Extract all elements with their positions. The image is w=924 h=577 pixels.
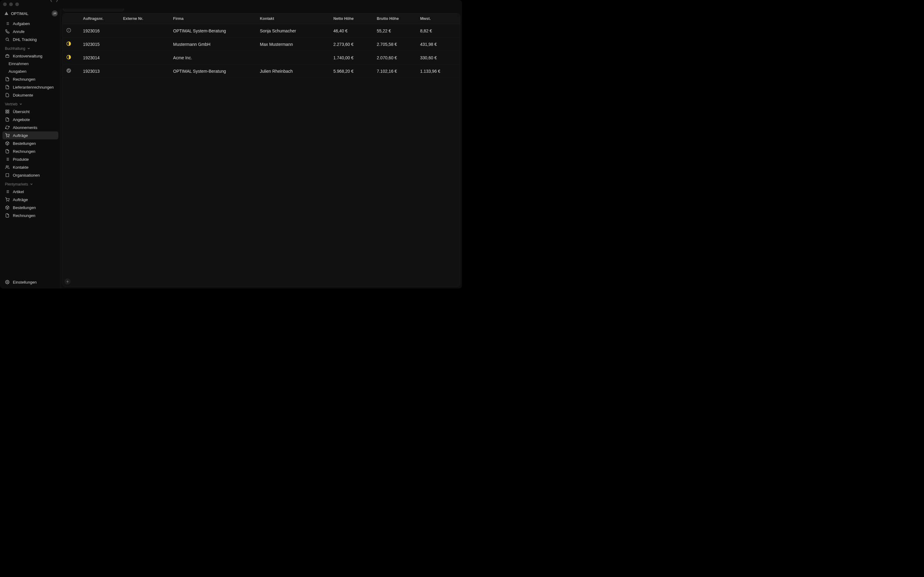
nav-item-label: Artikel: [13, 190, 24, 194]
nav-item-label: Kontakte: [13, 165, 28, 169]
cell-brutto: 2.070,60 €: [373, 51, 417, 64]
cell-netto: 5.968,20 €: [330, 64, 373, 78]
sidebar-item-auftr-ge[interactable]: Aufträge: [2, 196, 58, 203]
cell-externenr: [119, 51, 170, 64]
search-box[interactable]: [63, 8, 124, 11]
sidebar-item-organisationen[interactable]: Organisationen: [2, 171, 58, 179]
list-icon: [5, 157, 10, 162]
status-done-icon: [66, 68, 71, 73]
status-pending-icon: [66, 55, 71, 60]
cell-auftragsnr: 1923013: [79, 64, 119, 78]
search-input[interactable]: [73, 8, 124, 9]
cell-externenr: [119, 64, 170, 78]
close-window-button[interactable]: [3, 2, 7, 6]
column-header-auftragsnr-[interactable]: Auftragsnr.: [79, 13, 119, 24]
sidebar-item-anrufe[interactable]: Anrufe: [2, 27, 58, 35]
sidebar-item-artikel[interactable]: Artikel: [2, 188, 58, 196]
nav-item-label: Anrufe: [13, 29, 24, 34]
nav-item-label: Aufträge: [13, 197, 28, 202]
sidebar-item-bestellungen[interactable]: Bestellungen: [2, 139, 58, 147]
maximize-window-button[interactable]: [15, 2, 19, 6]
minimize-window-button[interactable]: [9, 2, 13, 6]
section-title: Vertrieb: [5, 102, 18, 106]
column-header-mwst-[interactable]: Mwst.: [417, 13, 460, 24]
cell-firma: Acme Inc.: [170, 51, 256, 64]
table-row[interactable]: 1923015 Mustermann GmbH Max Mustermann 2…: [63, 38, 460, 51]
box-icon: [5, 141, 10, 146]
column-header-kontakt[interactable]: Kontakt: [256, 13, 330, 24]
svg-rect-23: [6, 174, 8, 177]
cell-netto: 1.740,00 €: [330, 51, 373, 64]
sidebar-item-produkte[interactable]: Produkte: [2, 155, 58, 163]
chevron-down-icon: [27, 47, 30, 51]
column-header-firma[interactable]: Firma: [170, 13, 256, 24]
nav-back-button[interactable]: [49, 0, 54, 3]
sidebar-item-angebote[interactable]: Angebote: [2, 116, 58, 124]
cell-firma: Mustermann GmbH: [170, 38, 256, 51]
column-header-externe-nr-[interactable]: Externe Nr.: [119, 13, 170, 24]
nav-item-label: Aufgaben: [13, 21, 30, 26]
user-avatar[interactable]: JR: [52, 10, 58, 16]
nav-item-label: Angebote: [13, 118, 30, 122]
sidebar-item-bestellungen[interactable]: Bestellungen: [2, 203, 58, 211]
sidebar-subitem-einnahmen[interactable]: Einnahmen: [2, 60, 58, 68]
workspace-switcher[interactable]: OPTIMAL JR: [0, 8, 61, 19]
grid-icon: [5, 109, 10, 114]
svg-rect-42: [68, 30, 69, 31]
list-icon: [5, 189, 10, 194]
nav-item-label: Bestellungen: [13, 205, 36, 210]
sidebar-item-dokumente[interactable]: Dokumente: [2, 91, 58, 99]
section-header-vertrieb[interactable]: Vertrieb: [2, 99, 58, 108]
table-row[interactable]: 1923016 OPTIMAL System-Beratung Sonja Sc…: [63, 24, 460, 38]
section-header-plentymarkets[interactable]: Plentymarkets: [2, 179, 58, 188]
settings-button[interactable]: Einstellungen: [2, 278, 58, 286]
section-title: Plentymarkets: [5, 182, 28, 187]
sidebar-item-dhl-tracking[interactable]: DHL Tracking: [2, 35, 58, 44]
svg-rect-12: [6, 112, 7, 113]
sidebar-item-auftr-ge[interactable]: Aufträge: [2, 131, 58, 139]
cell-brutto: 55,22 €: [373, 24, 417, 38]
cell-brutto: 7.102,16 €: [373, 64, 417, 78]
box-icon: [5, 205, 10, 210]
sidebar-item-abonnements[interactable]: Abonnements: [2, 124, 58, 131]
sidebar-item-kontoverwaltung[interactable]: Kontoverwaltung: [2, 52, 58, 60]
sidebar-item-lieferantenrechnungen[interactable]: Lieferantenrechnungen: [2, 83, 58, 91]
cell-auftragsnr: 1923016: [79, 24, 119, 38]
sidebar-item-rechnungen[interactable]: Rechnungen: [2, 211, 58, 219]
column-header-status[interactable]: [63, 13, 79, 24]
orders-table: Auftragsnr.Externe Nr.FirmaKontaktNetto …: [62, 13, 460, 287]
cell-kontakt: [256, 51, 330, 64]
table-row[interactable]: 1923014 Acme Inc. 1.740,00 € 2.070,60 € …: [63, 51, 460, 64]
svg-line-7: [8, 40, 9, 41]
nav-item-label: Aufträge: [13, 133, 28, 138]
column-header-netto-h-he[interactable]: Netto Höhe: [330, 13, 373, 24]
sidebar-item--bersicht[interactable]: Übersicht: [2, 108, 58, 116]
cell-status: [63, 64, 79, 78]
nav-item-label: Abonnements: [13, 125, 37, 130]
phone-icon: [5, 29, 10, 34]
nav-forward-button[interactable]: [55, 0, 59, 3]
search-icon: [5, 37, 10, 42]
nav-item-label: Übersicht: [13, 110, 30, 114]
doc-icon: [5, 117, 10, 122]
cell-status: [63, 51, 79, 64]
column-header-brutto-h-he[interactable]: Brutto Höhe: [373, 13, 417, 24]
svg-rect-10: [8, 110, 9, 111]
table-row[interactable]: 1923013 OPTIMAL System-Beratung Julien R…: [63, 64, 460, 78]
svg-point-6: [6, 38, 8, 40]
settings-label: Einstellungen: [13, 280, 37, 285]
gear-icon: [5, 280, 10, 285]
sidebar-subitem-ausgaben[interactable]: Ausgaben: [2, 68, 58, 75]
sidebar-item-kontakte[interactable]: Kontakte: [2, 163, 58, 171]
nav-item-label: Kontoverwaltung: [13, 54, 42, 58]
sidebar-item-aufgaben[interactable]: Aufgaben: [2, 19, 58, 27]
sidebar-item-rechnungen[interactable]: Rechnungen: [2, 147, 58, 155]
svg-rect-11: [8, 112, 9, 113]
cell-firma: OPTIMAL System-Beratung: [170, 64, 256, 78]
sidebar-item-rechnungen[interactable]: Rechnungen: [2, 75, 58, 83]
nav-item-label: Rechnungen: [13, 77, 35, 82]
section-header-buchhaltung[interactable]: Buchhaltung: [2, 44, 58, 52]
nav-item-label: Rechnungen: [13, 149, 35, 154]
status-open-icon: [66, 28, 71, 33]
add-order-button[interactable]: +: [64, 279, 71, 285]
